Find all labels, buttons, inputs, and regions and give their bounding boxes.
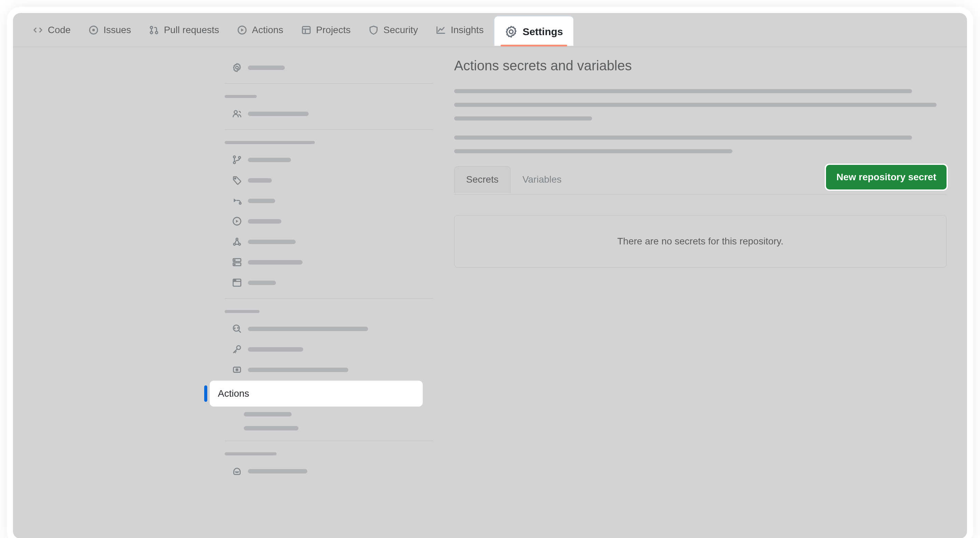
svg-point-7 [509, 30, 513, 33]
svg-point-11 [234, 162, 235, 163]
sidebar-placeholder [248, 178, 272, 183]
hubot-icon [232, 466, 242, 476]
sidebar-item-actions-runners[interactable] [225, 212, 436, 231]
svg-point-22 [234, 264, 235, 265]
svg-point-25 [235, 280, 236, 281]
key-icon [232, 344, 242, 355]
sidebar-item-github-apps[interactable] [225, 462, 436, 481]
sidebar-item-secrets-codespaces[interactable] [225, 408, 436, 421]
git-branch-icon [232, 154, 242, 165]
sidebar-heading-code-automation [225, 136, 443, 149]
sidebar-placeholder [225, 95, 257, 98]
sidebar-item-code-security[interactable] [225, 319, 436, 338]
skeleton-line [454, 135, 912, 140]
settings-main: Actions secrets and variables Secrets Va… [443, 47, 967, 538]
sidebar-item-general[interactable] [225, 58, 436, 77]
tab-label: Security [383, 25, 418, 35]
svg-rect-6 [302, 26, 310, 33]
skeleton-line [454, 89, 912, 93]
sidebar-placeholder [248, 469, 307, 473]
sidebar-placeholder [248, 112, 309, 116]
tab-issues[interactable]: Issues [81, 18, 138, 42]
svg-point-12 [239, 156, 241, 159]
sidebar-placeholder [248, 158, 291, 162]
sidebar-heading-security [225, 305, 443, 318]
sidebar-item-secrets-variables[interactable] [225, 360, 436, 379]
people-icon [232, 108, 242, 119]
sidebar-divider [225, 83, 433, 84]
sidebar-item-environments[interactable] [225, 252, 436, 272]
tab-label: Settings [522, 26, 563, 38]
skeleton-line [454, 103, 937, 107]
sidebar-placeholder [244, 412, 292, 416]
secrets-variables-tabs: Secrets Variables [454, 166, 574, 193]
shield-icon [368, 25, 379, 35]
webhook-icon [232, 236, 242, 247]
sidebar-item-branches[interactable] [225, 150, 436, 169]
sidebar-placeholder [248, 260, 302, 265]
sidebar-placeholder [248, 368, 348, 372]
tab-label: Code [48, 25, 71, 35]
sidebar-item-collaborators[interactable] [225, 104, 436, 123]
tab-settings[interactable]: Settings [494, 16, 574, 46]
server-icon [232, 257, 242, 268]
gear-icon [232, 62, 242, 73]
tab-code[interactable]: Code [25, 18, 78, 42]
sub-tab-secrets[interactable]: Secrets [454, 166, 511, 193]
settings-sidebar: Actions [225, 47, 443, 538]
page-title: Actions secrets and variables [454, 58, 947, 73]
play-icon [237, 25, 247, 35]
tab-insights[interactable]: Insights [428, 18, 492, 42]
svg-point-24 [234, 280, 235, 281]
sidebar-placeholder [248, 347, 303, 352]
tab-pull-requests[interactable]: Pull requests [142, 18, 227, 42]
tab-projects[interactable]: Projects [294, 18, 358, 42]
sidebar-placeholder [248, 240, 296, 244]
new-repository-secret-button[interactable]: New repository secret [826, 165, 947, 189]
tab-label: Insights [451, 25, 484, 35]
sidebar-placeholder [225, 141, 315, 144]
repo-tabs: Code Issues Pull requests Actions Projec… [13, 13, 967, 47]
svg-point-9 [234, 111, 237, 114]
svg-point-14 [239, 202, 241, 204]
sidebar-item-secrets-actions[interactable]: Actions [210, 381, 423, 406]
svg-point-1 [92, 29, 95, 32]
sub-tab-variables[interactable]: Variables [511, 166, 574, 193]
svg-point-21 [234, 260, 235, 260]
sidebar-item-label: Actions [218, 388, 249, 399]
tab-label: Actions [252, 25, 283, 35]
tag-icon [232, 175, 242, 186]
code-icon [33, 25, 43, 35]
sidebar-item-deploy-keys[interactable] [225, 340, 436, 359]
table-icon [301, 25, 312, 35]
sidebar-divider [225, 298, 433, 299]
tab-security[interactable]: Security [361, 18, 425, 42]
key-asterisk-icon [232, 364, 242, 375]
graph-icon [436, 25, 446, 35]
issue-icon [88, 25, 99, 35]
play-icon [232, 195, 242, 206]
sidebar-placeholder [225, 452, 277, 455]
sidebar-placeholder [248, 281, 276, 285]
sidebar-heading-integrations [225, 447, 443, 460]
sidebar-item-pages[interactable] [225, 273, 436, 292]
sidebar-placeholder [248, 65, 285, 70]
sidebar-divider [225, 129, 433, 130]
sidebar-heading-access [225, 90, 443, 103]
svg-point-13 [235, 178, 235, 179]
description-skeleton [454, 89, 947, 153]
sidebar-item-secrets-dependabot[interactable] [225, 422, 436, 435]
tab-label: Issues [103, 25, 131, 35]
tab-label: Pull requests [164, 25, 219, 35]
sidebar-item-webhooks[interactable] [225, 232, 436, 251]
sidebar-placeholder [244, 426, 298, 430]
secrets-variables-tabs-row: Secrets Variables New repository secret [454, 165, 947, 195]
sidebar-item-tags[interactable] [225, 171, 436, 190]
sidebar-item-actions-general[interactable] [225, 191, 436, 210]
git-pull-request-icon [149, 25, 159, 35]
tab-label: Projects [316, 25, 351, 35]
tab-actions[interactable]: Actions [229, 18, 291, 42]
sidebar-placeholder [248, 219, 282, 224]
sidebar-placeholder [248, 199, 275, 203]
svg-point-10 [234, 156, 235, 158]
